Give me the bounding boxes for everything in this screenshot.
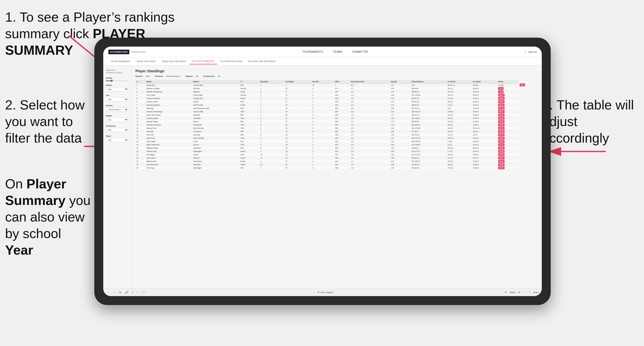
table-cell: North Carolina: [192, 136, 239, 140]
sub-nav-player-summary[interactable]: PLAYER SUMMARY: [190, 58, 217, 64]
nav-teams[interactable]: TEAMS: [332, 47, 343, 56]
table-cell: 1: [334, 84, 350, 87]
sub-nav-team-h2h-heatmap[interactable]: TEAM H2H HEATMAP: [159, 59, 189, 64]
eye-icon: 👁: [317, 291, 319, 294]
table-cell: 22-22-0: [472, 90, 497, 93]
col-avg-sg: Avg SG: [390, 80, 410, 84]
table-cell: 68.18: [497, 100, 519, 103]
table-cell: 25: [135, 163, 146, 166]
table-cell: 68.4: [334, 120, 350, 123]
table-cell: 61.81: [497, 143, 519, 146]
table-cell: Maxwell Ford: [146, 127, 192, 130]
table-cell: Alex Goff: [146, 133, 192, 136]
table-cell: 2: [311, 93, 334, 97]
filter-year: Year (All) First Second Third Fourth Fif…: [106, 94, 128, 102]
sub-nav-team-summary[interactable]: TEAM SUMMARY: [108, 59, 133, 64]
table-cell: 1: [311, 163, 334, 166]
year-select[interactable]: (All) First Second Third Fourth Fifth: [106, 97, 128, 102]
table-cell: 26: [135, 166, 146, 170]
table-cell: 0.96: [390, 143, 410, 146]
table-cell: Auburn: [192, 100, 239, 103]
table-cell: 25: [285, 166, 311, 170]
table-cell: 21: [285, 97, 311, 100]
table-cell: Fifth: [239, 113, 259, 117]
sign-out-link[interactable]: Sign out: [528, 51, 537, 53]
table-cell: Ole Miss: [192, 87, 239, 90]
table-row: 10Jacob Zboe StesenArkansasFifth325068.4…: [135, 113, 538, 117]
table-cell: -1.2: [350, 146, 390, 150]
table-cell: -1.6: [350, 93, 390, 97]
table-row: 20Matthew RiedelVanderbiltFifth922168.8-…: [135, 146, 538, 150]
toolbar-clock-icon: 🕐: [141, 290, 146, 295]
table-cell: 2: [135, 87, 146, 90]
table-cell: 514-111-52: [410, 153, 446, 156]
table-cell: 12-16-3: [472, 107, 497, 110]
table-cell: 432-221-24: [410, 110, 446, 113]
table-cell: 18: [285, 87, 311, 90]
table-cell: 60.55: [497, 130, 519, 133]
table-cell: 68.3: [334, 107, 350, 110]
sub-nav-team-h2h-grid[interactable]: TEAM H2H GRID: [134, 59, 158, 64]
toolbar-refresh-btn[interactable]: ↻: [119, 290, 122, 295]
instruction-step3: 3. The table will adjust accordingly: [542, 97, 639, 146]
nav-tournaments[interactable]: TOURNAMENTS: [301, 47, 324, 56]
table-cell: 68.7: [334, 117, 350, 120]
toolbar-forward-btn[interactable]: →: [112, 290, 117, 295]
table-cell: 27: [285, 103, 311, 107]
table-cell: 1: [259, 87, 285, 90]
toolbar-zoom-minus-btn[interactable]: −: [136, 290, 139, 295]
nav-links: TOURNAMENTS TEAMS COMMITTEE: [301, 47, 369, 56]
watch-label[interactable]: Watch: [510, 291, 515, 294]
table-row: 25Cole SherwoodVanderbiltFourth1223169.3…: [135, 163, 538, 166]
sub-nav-player-h2h-grid[interactable]: PLAYER H2H GRID: [218, 59, 245, 64]
table-cell: -0.2: [350, 136, 390, 140]
table-row: 15Jake HallTennesseeFifth718068.5-1.51.6…: [135, 130, 538, 133]
table-cell: 63.49: [497, 117, 519, 120]
toolbar-back-btn[interactable]: ←: [106, 290, 110, 295]
player-select[interactable]: (All): [106, 138, 128, 142]
region-select[interactable]: N/A: [106, 118, 128, 122]
table-cell: -2.5: [350, 107, 390, 110]
table-cell: Jack Lundin: [146, 156, 192, 160]
table-cell: 25-42-9: [472, 150, 497, 153]
rds-slider[interactable]: [106, 80, 128, 81]
table-cell: 0.74: [390, 160, 410, 163]
table-cell: Third: [239, 153, 259, 156]
toolbar-download-icon[interactable]: ⬇: [519, 291, 520, 294]
watch-icon: 👁: [505, 291, 507, 294]
table-cell: Arkansas: [192, 113, 239, 117]
table-cell: 50-18-5: [472, 120, 497, 123]
toolbar-share-icon[interactable]: 🔗: [124, 290, 129, 295]
table-cell: 0: [311, 156, 334, 160]
table-cell: -1.7: [350, 160, 390, 163]
table-cell: -1.2: [350, 163, 390, 166]
table-cell: 65.87: [497, 140, 519, 143]
table-cell: -3.2: [390, 84, 410, 87]
table-cell: 509-82-21: [410, 156, 446, 160]
table-cell: 605-96-38: [410, 120, 446, 123]
gender-select[interactable]: Men Women: [106, 87, 128, 91]
col-overall-record: Overall Record: [410, 80, 446, 84]
view-label[interactable]: View: Original: [320, 291, 333, 294]
table-cell: 1.68: [390, 156, 410, 160]
table-cell: 7: [259, 166, 285, 170]
table-cell: 0: [311, 113, 334, 117]
table-cell: 4: [135, 93, 146, 97]
col-adj-score: Adj. Score to Par: [350, 80, 390, 84]
table-cell: Fourth: [239, 156, 259, 160]
table-cell: 18: [135, 140, 146, 143]
sub-nav-player-h2h-heatmap[interactable]: PLAYER H2H HEATMAP: [246, 59, 278, 64]
table-cell: 387-133-16: [410, 117, 446, 120]
share-label[interactable]: Share: [533, 291, 539, 294]
nav-committee[interactable]: COMMITTEE: [351, 47, 370, 56]
division-select[interactable]: NCAA Division I: [106, 107, 128, 112]
table-cell: 19-16-0: [472, 160, 497, 163]
main-content: Update time: 27/03/2024 16:56:26 No Rds.…: [103, 65, 542, 288]
table-cell: 37: [285, 120, 311, 123]
table-cell: Fourth: [239, 97, 259, 100]
toolbar-zoom-btn[interactable]: +: [131, 290, 134, 295]
tablet-device: SCOREBOARD Powered by dippa TOURNAMENTS …: [94, 38, 551, 305]
conference-select[interactable]: (All): [106, 128, 128, 132]
toolbar-grid-icon[interactable]: ⋮: [523, 291, 525, 294]
table-cell: 24: [285, 140, 311, 143]
